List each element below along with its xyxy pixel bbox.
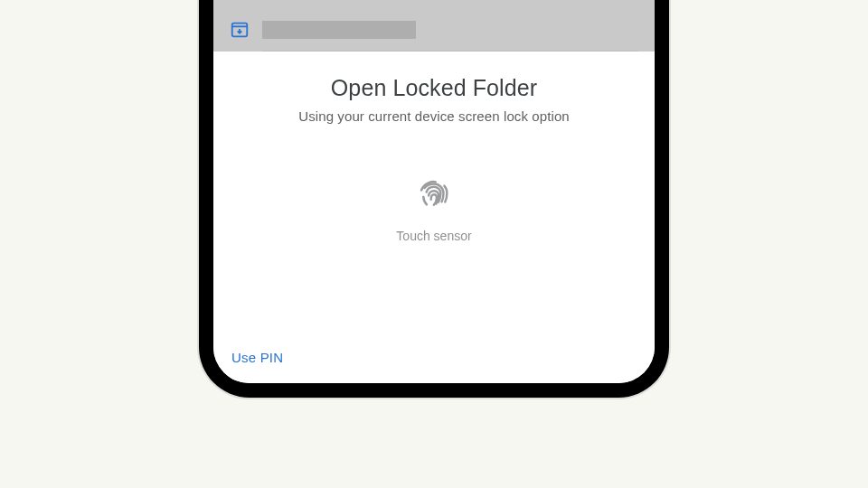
panel-subtitle: Using your current device screen lock op… bbox=[298, 108, 570, 124]
stage: Open Locked Folder Using your current de… bbox=[0, 0, 868, 488]
phone-screen: Open Locked Folder Using your current de… bbox=[213, 0, 655, 383]
background-list-area bbox=[213, 0, 655, 52]
redacted-text bbox=[262, 21, 416, 39]
fingerprint-label: Touch sensor bbox=[396, 229, 471, 243]
list-item bbox=[213, 14, 655, 51]
panel-title: Open Locked Folder bbox=[331, 75, 537, 101]
phone-frame: Open Locked Folder Using your current de… bbox=[199, 0, 669, 398]
archive-download-icon bbox=[230, 20, 250, 40]
use-pin-button[interactable]: Use PIN bbox=[231, 350, 283, 365]
fingerprint-icon bbox=[415, 174, 453, 212]
fingerprint-sensor[interactable]: Touch sensor bbox=[396, 174, 471, 243]
auth-panel: Open Locked Folder Using your current de… bbox=[213, 52, 655, 383]
